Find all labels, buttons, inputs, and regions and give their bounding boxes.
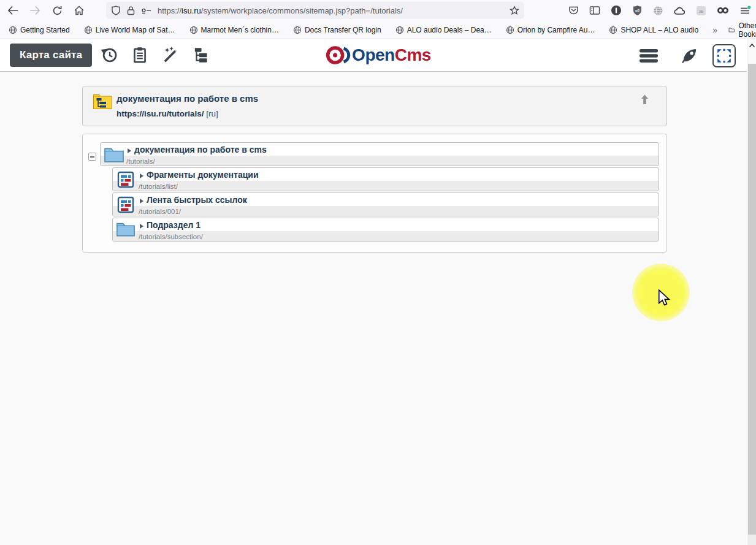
entry-title[interactable]: Фрагменты документации [147,170,259,180]
url-bar[interactable]: https://isu.ru/system/workplace/commons/… [106,2,524,19]
forward-icon [29,6,40,15]
folder-icon [116,221,136,240]
scrollbar-bottom [748,535,756,545]
tree-view-button[interactable] [188,42,215,68]
site-title: документация по работе в cms [116,93,258,104]
bookmark-star-button[interactable] [510,6,519,15]
globe-icon [506,26,514,34]
containerpage-icon [117,171,134,191]
more-bookmarks-button[interactable]: » [712,25,717,35]
publish-button[interactable] [676,43,703,69]
globe-icon [9,26,17,34]
wand-button[interactable] [157,42,184,68]
bookmark-item[interactable]: Marmot Men´s clothin… [189,26,279,34]
globe-icon [395,26,404,34]
history-button[interactable] [96,42,123,68]
url-domain: isu.ru [181,6,201,15]
sitemap-entry[interactable]: Фрагменты документации /tutorials/list/ [112,167,659,191]
entry-title[interactable]: Лента быстрых ссылок [147,195,247,205]
sitemap-page: документация по работе в cms https://isu… [0,72,747,545]
hamburger-menu-icon [739,6,751,16]
page-scrollbar[interactable] [747,39,756,545]
svg-text:æ: æ [699,8,703,13]
bookmark-item[interactable]: Getting Started [9,26,70,34]
sitemap-entry[interactable]: Подраздел 1 /tutorials/subsection/ [112,218,659,242]
globe-extension-icon[interactable] [653,6,663,16]
sitemap-entry[interactable]: Лента быстрых ссылок /tutorials/001/ [112,192,659,216]
entry-path: /tutorials/ [126,158,155,165]
bookmark-item[interactable]: Orion by Campfire Au… [506,26,595,34]
opencms-logo: OpenCms [325,43,431,67]
up-arrow-icon [640,94,649,105]
tree-structure-icon [192,46,210,64]
rocket-icon [680,47,698,65]
globe-icon [609,26,617,34]
scroll-up-arrow-icon[interactable] [747,43,756,48]
entry-title[interactable]: Подраздел 1 [147,220,200,230]
sitemap-entry-root[interactable]: документация по работе в cms /tutorials/ [100,142,659,166]
cms-menu-button[interactable] [635,43,662,69]
back-button[interactable] [4,2,22,19]
card-extension-icon[interactable]: æ [696,6,706,16]
bookmark-item[interactable]: SHOP ALL – ALO audio [609,26,698,34]
expand-arrow-icon[interactable] [140,199,143,204]
menu-button[interactable] [739,6,751,16]
entry-path-strip: /tutorials/001/ [113,206,659,216]
clipboard-button[interactable] [126,42,153,68]
screen: https://isu.ru/system/workplace/commons/… [0,0,756,545]
url-prefix: https:// [158,6,181,15]
shield-icon[interactable] [111,6,121,15]
magic-wand-icon [161,46,180,64]
entry-path: /tutorials/list/ [139,183,178,190]
sitemap-folder-icon [93,92,113,113]
bookmark-item[interactable]: Docs Transfer QR login [293,26,381,34]
bookmark-item[interactable]: ALO audio Deals – Dea… [395,26,492,34]
bookmark-label: Live World Map of Sat… [96,26,175,34]
sitemap-title-button[interactable]: Карта сайта [10,44,92,67]
home-button[interactable] [70,2,88,19]
permissions-icon[interactable] [141,6,152,15]
logo-text-cms: Cms [395,45,431,64]
bookmark-label: Marmot Men´s clothin… [201,26,279,34]
forward-button[interactable] [26,2,44,19]
other-bookmarks-button[interactable]: Other Bookmarks [728,21,756,39]
pocket-icon[interactable] [568,6,579,15]
home-icon [74,6,85,15]
star-icon [510,6,519,15]
entry-title[interactable]: документация по работе в cms [134,145,267,154]
logo-text-open: Open [352,45,395,64]
globe-icon [293,26,302,34]
expand-arrow-icon[interactable] [128,148,131,153]
bookmark-label: Getting Started [20,26,70,34]
expand-arrow-icon[interactable] [140,173,143,178]
globe-icon [189,26,198,34]
lock-icon[interactable] [126,6,136,15]
bookmark-label: ALO audio Deals – Dea… [407,26,492,34]
url-rest: /system/workplace/commons/sitemap.jsp?pa… [201,6,403,15]
entry-path-strip: /tutorials/ [101,156,659,166]
entry-path: /tutorials/001/ [139,208,181,215]
cms-toolbar: Карта сайта [0,39,756,72]
cms-hamburger-icon [639,47,659,64]
site-url[interactable]: https://isu.ru/tutorials/ [116,109,204,118]
scrollbar-thumb[interactable] [748,64,756,535]
extension-circle-i-icon[interactable] [611,5,622,16]
back-icon [7,6,18,15]
toggle-fullscreen-button[interactable] [712,44,736,67]
cms-toolbar-right [632,39,736,72]
reload-icon [52,6,63,16]
collapse-toggle[interactable] [88,153,96,161]
bookmark-item[interactable]: Live World Map of Sat… [84,26,175,34]
cloud-icon[interactable] [674,6,685,15]
expand-icon [716,48,732,64]
go-up-button[interactable] [640,94,649,108]
browser-nav-bar: https://isu.ru/system/workplace/commons/… [0,0,756,21]
sidebar-toggle-icon[interactable] [589,6,600,15]
reload-button[interactable] [48,2,66,19]
bookmark-label: SHOP ALL – ALO audio [620,26,698,34]
infinity-extension-icon[interactable] [717,6,729,15]
expand-arrow-icon[interactable] [140,224,143,229]
ublock-shield-icon[interactable]: u0 [632,5,643,16]
url-text[interactable]: https://isu.ru/system/workplace/commons/… [158,6,510,15]
other-bookmarks-label: Other Bookmarks [738,21,756,39]
